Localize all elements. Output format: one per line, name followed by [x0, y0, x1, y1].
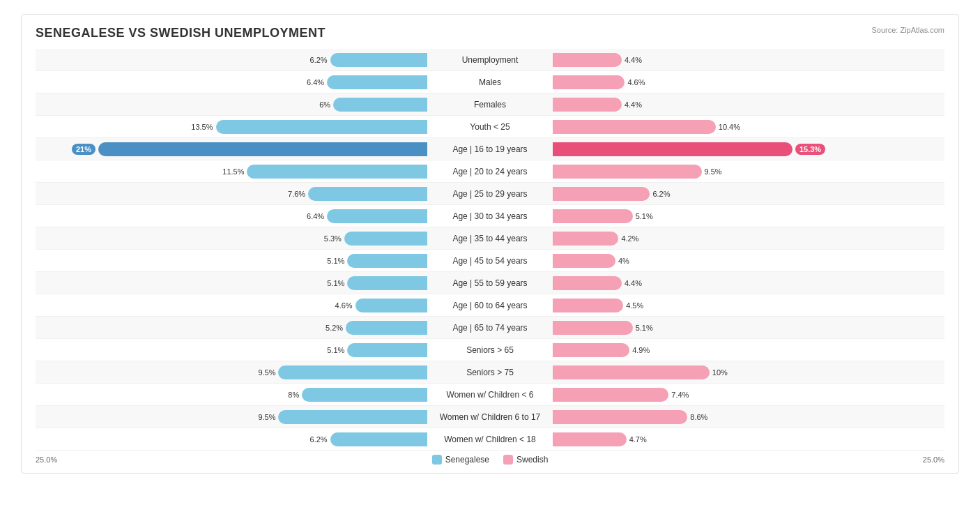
row-label: Males — [427, 77, 553, 87]
table-row: 6.4%Age | 30 to 34 years5.1% — [36, 205, 944, 227]
val-left: 6.4% — [307, 78, 324, 86]
bar-left: 5.3% — [344, 232, 427, 246]
val-left: 9.5% — [258, 413, 275, 421]
val-left: 7.6% — [288, 190, 305, 198]
bar-left: 6.2% — [330, 432, 427, 446]
val-left: 5.1% — [327, 279, 344, 287]
row-wrapper: 9.5%Seniors > 7510% — [36, 365, 944, 379]
row-label: Youth < 25 — [427, 122, 553, 132]
val-right: 4.5% — [626, 301, 643, 310]
bar-left: 5.1% — [347, 276, 427, 290]
legend-swedish: Swedish — [503, 455, 548, 465]
bar-right: 8.6% — [553, 410, 687, 424]
row-wrapper: 6.4%Age | 30 to 34 years5.1% — [36, 209, 944, 223]
row-label: Age | 65 to 74 years — [427, 323, 553, 333]
val-left: 11.5% — [222, 167, 244, 176]
val-right: 9.5% — [705, 167, 722, 176]
row-wrapper: 9.5%Women w/ Children 6 to 178.6% — [36, 410, 944, 424]
chart-body: 6.2%Unemployment4.4%6.4%Males4.6%6%Femal… — [36, 49, 944, 451]
row-wrapper: 5.2%Age | 65 to 74 years5.1% — [36, 321, 944, 335]
table-row: 9.5%Seniors > 7510% — [36, 361, 944, 384]
bar-left: 5.2% — [346, 321, 427, 335]
row-label: Seniors > 75 — [427, 368, 553, 377]
chart-title: SENEGALESE VS SWEDISH UNEMPLOYMENT — [36, 26, 326, 40]
val-right: 10.4% — [719, 123, 740, 131]
bar-right: 4.5% — [553, 299, 623, 312]
table-row: 6%Females4.4% — [36, 93, 944, 116]
chart-legend: Senegalese Swedish — [432, 455, 549, 465]
table-row: 9.5%Women w/ Children 6 to 178.6% — [36, 406, 944, 428]
bar-right: 15.3% — [553, 142, 793, 156]
axis-left-label: 25.0% — [36, 455, 57, 464]
val-left: 21% — [72, 144, 95, 155]
val-right: 4.2% — [621, 234, 638, 243]
val-right: 4.4% — [625, 100, 642, 109]
val-left: 5.3% — [324, 234, 342, 243]
row-wrapper: 11.5%Age | 20 to 24 years9.5% — [36, 165, 944, 179]
table-row: 8%Women w/ Children < 67.4% — [36, 384, 944, 406]
row-label: Age | 30 to 34 years — [427, 211, 553, 221]
chart-container: SENEGALESE VS SWEDISH UNEMPLOYMENT Sourc… — [21, 14, 959, 474]
bar-right: 4.4% — [553, 53, 622, 67]
bar-left: 6% — [333, 98, 427, 112]
bar-left: 6.4% — [327, 209, 427, 223]
table-row: 5.1%Seniors > 654.9% — [36, 339, 944, 361]
val-left: 6.4% — [307, 212, 324, 220]
bar-right: 7.4% — [553, 388, 668, 402]
row-wrapper: 21%Age | 16 to 19 years15.3% — [36, 142, 944, 156]
legend-swedish-label: Swedish — [516, 455, 548, 465]
row-wrapper: 13.5%Youth < 2510.4% — [36, 120, 944, 134]
val-left: 5.1% — [327, 346, 344, 354]
legend-senegalese-icon — [432, 455, 442, 465]
table-row: 7.6%Age | 25 to 29 years6.2% — [36, 183, 944, 205]
row-label: Women w/ Children < 18 — [427, 435, 553, 444]
row-label: Age | 35 to 44 years — [427, 234, 553, 243]
table-row: 6.4%Males4.6% — [36, 71, 944, 93]
bar-left: 9.5% — [278, 410, 427, 424]
bar-left: 6.2% — [330, 53, 427, 67]
row-wrapper: 7.6%Age | 25 to 29 years6.2% — [36, 187, 944, 201]
val-right: 8.6% — [690, 413, 707, 421]
val-left: 9.5% — [258, 368, 275, 377]
row-label: Women w/ Children < 6 — [427, 390, 553, 400]
legend-swedish-icon — [503, 455, 513, 465]
bar-right: 4.4% — [553, 276, 622, 290]
table-row: 6.2%Women w/ Children < 184.7% — [36, 428, 944, 451]
val-left: 5.1% — [327, 257, 344, 265]
row-wrapper: 8%Women w/ Children < 67.4% — [36, 388, 944, 402]
val-right: 10% — [712, 368, 728, 377]
table-row: 4.6%Age | 60 to 64 years4.5% — [36, 294, 944, 317]
legend-senegalese: Senegalese — [432, 455, 489, 465]
table-row: 6.2%Unemployment4.4% — [36, 49, 944, 71]
bar-left: 4.6% — [355, 299, 427, 312]
table-row: 5.2%Age | 65 to 74 years5.1% — [36, 317, 944, 339]
row-label: Age | 25 to 29 years — [427, 189, 553, 199]
chart-header: SENEGALESE VS SWEDISH UNEMPLOYMENT Sourc… — [36, 26, 944, 40]
val-right: 5.1% — [636, 212, 653, 220]
bar-left: 11.5% — [247, 165, 427, 179]
bar-right: 6.2% — [553, 187, 650, 201]
bar-left: 9.5% — [278, 365, 427, 379]
table-row: 5.1%Age | 45 to 54 years4% — [36, 250, 944, 272]
bar-left: 6.4% — [327, 75, 427, 89]
val-right: 4.4% — [625, 56, 642, 64]
bar-left: 5.1% — [347, 254, 427, 268]
row-label: Age | 55 to 59 years — [427, 278, 553, 288]
val-left: 4.6% — [335, 301, 353, 310]
val-left: 13.5% — [191, 123, 213, 131]
row-label: Age | 20 to 24 years — [427, 167, 553, 176]
bar-right: 4.6% — [553, 75, 625, 89]
bar-left: 5.1% — [347, 343, 427, 357]
bar-right: 4.2% — [553, 232, 618, 246]
val-left: 6.2% — [310, 435, 328, 444]
val-right: 4.6% — [627, 78, 645, 86]
bar-left: 8% — [302, 388, 427, 402]
val-right: 15.3% — [795, 144, 825, 155]
row-label: Women w/ Children 6 to 17 — [427, 412, 553, 422]
val-right: 4% — [618, 257, 629, 265]
row-wrapper: 6.4%Males4.6% — [36, 75, 944, 89]
table-row: 5.1%Age | 55 to 59 years4.4% — [36, 272, 944, 294]
row-wrapper: 5.1%Age | 45 to 54 years4% — [36, 254, 944, 268]
bar-left: 13.5% — [216, 120, 427, 134]
row-label: Seniors > 65 — [427, 345, 553, 355]
